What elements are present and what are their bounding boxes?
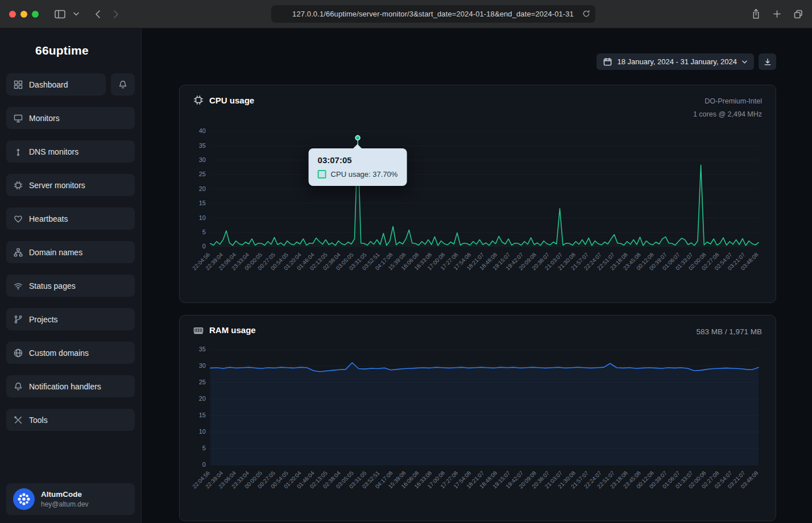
main-content: 18 January, 2024 - 31 January, 2024 CPU …: [142, 28, 812, 523]
sidebar-item-monitors[interactable]: Monitors: [6, 107, 135, 129]
chevron-down-icon: [742, 60, 747, 64]
sidebar-item-server-monitors[interactable]: Server monitors: [6, 174, 135, 196]
server-plan: DO-Premium-Intel: [693, 95, 762, 108]
sidebar-item-label: Notification handlers: [29, 382, 101, 391]
svg-text:20: 20: [199, 395, 206, 402]
sidebar-item-dns-monitors[interactable]: DNS monitors: [6, 140, 135, 163]
cpu-usage-chart[interactable]: 051015202530354022:04:5622:39:0423:06:04…: [193, 123, 762, 298]
svg-text:40: 40: [199, 128, 206, 135]
server-specs: DO-Premium-Intel 1 cores @ 2,494 MHz: [693, 95, 762, 121]
sidebar-item-label: DNS monitors: [29, 147, 78, 156]
bell-icon: [14, 382, 23, 391]
sidebar-item-domain-names[interactable]: Domain names: [6, 241, 135, 263]
sidebar-item-label: Monitors: [29, 114, 60, 123]
svg-text:25: 25: [199, 171, 206, 178]
calendar-icon: [603, 57, 612, 66]
cpu-chip-icon: [193, 95, 204, 105]
toolbar: 18 January, 2024 - 31 January, 2024: [179, 53, 776, 70]
cpu-chip-icon: [14, 181, 23, 190]
sidebar-nav: Dashboard Monitors DNS monitors Serve: [0, 73, 141, 431]
ram-usage-card: RAM usage 583 MB / 1,971 MB 051015202530…: [179, 315, 776, 521]
account-email: hey@altum.dev: [41, 500, 89, 508]
ram-usage-value: 583 MB / 1,971 MB: [696, 325, 762, 339]
dns-icon: [14, 147, 23, 156]
traffic-lights: [9, 11, 39, 18]
sidebar-item-heartbeats[interactable]: Heartbeats: [6, 207, 135, 230]
sidebar-item-label: Custom domains: [29, 348, 89, 358]
wifi-icon: [14, 281, 23, 290]
sidebar-item-label: Status pages: [29, 281, 76, 290]
globe-icon: [14, 348, 23, 358]
altumcode-avatar: [13, 488, 35, 510]
new-tab-icon[interactable]: [773, 10, 781, 18]
address-bar[interactable]: 127.0.0.1/66uptime/server-monitor/3&star…: [271, 5, 595, 23]
tab-overview-icon[interactable]: [794, 10, 803, 19]
svg-text:20: 20: [199, 185, 206, 192]
sitemap-icon: [14, 248, 23, 257]
sidebar-item-label: Tools: [29, 416, 48, 425]
tab-group-chevron-icon[interactable]: [73, 12, 79, 16]
svg-text:30: 30: [199, 156, 206, 163]
browser-window: 127.0.0.1/66uptime/server-monitor/3&star…: [0, 0, 812, 523]
monitor-icon: [14, 114, 23, 123]
cpu-usage-card: CPU usage DO-Premium-Intel 1 cores @ 2,4…: [179, 85, 776, 303]
sidebar-item-dashboard[interactable]: Dashboard: [6, 73, 106, 96]
date-range-label: 18 January, 2024 - 31 January, 2024: [617, 57, 737, 66]
tooltip-value: CPU usage: 37.70%: [331, 170, 398, 179]
sidebar-item-status-pages[interactable]: Status pages: [6, 275, 135, 297]
zoom-window-button[interactable]: [32, 11, 39, 18]
svg-text:15: 15: [199, 200, 206, 206]
download-button[interactable]: [759, 53, 776, 70]
notifications-button[interactable]: [111, 73, 135, 96]
ram-icon: [193, 326, 204, 335]
branch-icon: [14, 315, 23, 324]
svg-text:5: 5: [202, 229, 206, 235]
share-icon[interactable]: [752, 9, 760, 19]
svg-text:10: 10: [199, 214, 206, 221]
account-card[interactable]: AltumCode hey@altum.dev: [6, 483, 135, 515]
tooltip-series-swatch: [318, 170, 326, 179]
url-text: 127.0.0.1/66uptime/server-monitor/3&star…: [292, 10, 574, 18]
dashboard-icon: [14, 80, 23, 89]
date-range-picker[interactable]: 18 January, 2024 - 31 January, 2024: [596, 53, 754, 70]
sidebar-item-notification-handlers[interactable]: Notification handlers: [6, 375, 135, 397]
sidebar-item-label: Projects: [29, 315, 58, 324]
svg-text:15: 15: [199, 412, 206, 418]
chart-tooltip: 03:07:05 CPU usage: 37.70%: [309, 148, 407, 186]
svg-text:0: 0: [202, 243, 206, 250]
browser-actions: [752, 9, 803, 19]
browser-chrome: 127.0.0.1/66uptime/server-monitor/3&star…: [0, 0, 812, 28]
svg-text:5: 5: [202, 445, 206, 451]
account-name: AltumCode: [41, 490, 89, 499]
sidebar-item-label: Domain names: [29, 248, 82, 257]
svg-text:0: 0: [202, 461, 206, 468]
brand-logo: 66uptime: [0, 28, 141, 57]
card-title-text: RAM usage: [209, 325, 256, 335]
minimize-window-button[interactable]: [20, 11, 27, 18]
svg-text:35: 35: [199, 346, 206, 352]
forward-button[interactable]: [113, 10, 119, 19]
sidebar-item-label: Heartbeats: [29, 214, 68, 223]
sidebar-item-custom-domains[interactable]: Custom domains: [6, 342, 135, 364]
tooltip-time: 03:07:05: [318, 155, 398, 165]
ram-usage-chart[interactable]: 0510152025303522:04:5622:39:0423:06:0423…: [193, 342, 762, 516]
sidebar-item-label: Server monitors: [29, 181, 85, 190]
sidebar-item-label: Dashboard: [29, 80, 68, 89]
server-cpu-spec: 1 cores @ 2,494 MHz: [693, 108, 762, 121]
bell-icon: [118, 80, 127, 89]
reload-icon[interactable]: [582, 10, 590, 20]
sidebar-item-tools[interactable]: Tools: [6, 409, 135, 431]
heart-icon: [14, 214, 23, 223]
sidebar-item-projects[interactable]: Projects: [6, 308, 135, 330]
svg-text:25: 25: [199, 379, 206, 385]
sidebar-toggle-icon[interactable]: [55, 10, 65, 19]
sidebar: 66uptime Dashboard Monitors: [0, 28, 142, 523]
download-icon: [764, 58, 772, 66]
svg-text:35: 35: [199, 142, 206, 149]
card-title-text: CPU usage: [209, 96, 254, 105]
svg-text:10: 10: [199, 428, 206, 435]
ram-stats: 583 MB / 1,971 MB: [696, 325, 762, 339]
close-window-button[interactable]: [9, 11, 16, 18]
back-button[interactable]: [95, 10, 101, 19]
svg-text:30: 30: [199, 362, 206, 369]
